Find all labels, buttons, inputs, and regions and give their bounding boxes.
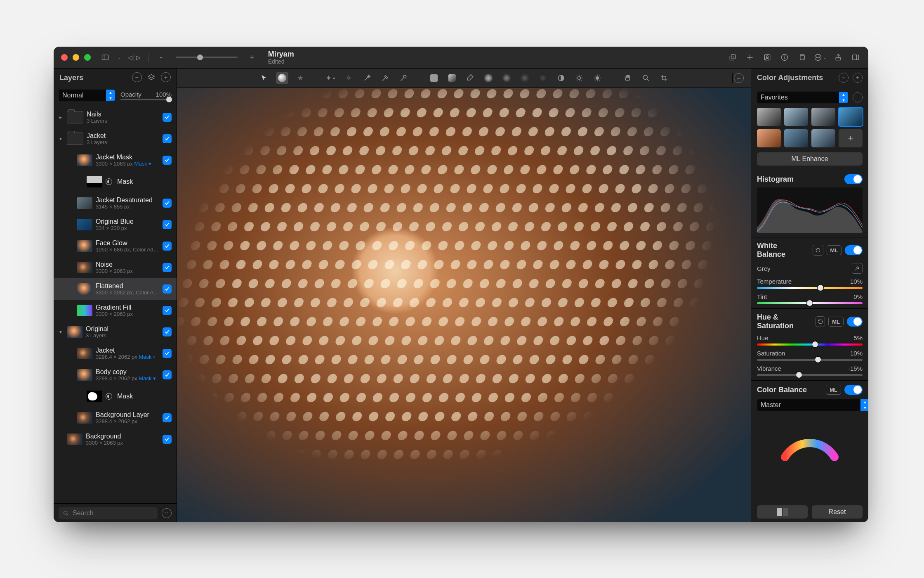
- layer-disclosure[interactable]: ▾: [58, 136, 64, 142]
- hand-tool[interactable]: [622, 72, 634, 84]
- sparkle-tool-1[interactable]: ✦⋆: [325, 72, 337, 84]
- favorites-remove-button[interactable]: –: [853, 92, 863, 102]
- contrast-tool[interactable]: [555, 72, 567, 84]
- layers-search-input[interactable]: Search: [59, 507, 158, 519]
- histogram-toggle[interactable]: [844, 174, 863, 184]
- layers-filter-button[interactable]: ﹀: [162, 508, 172, 518]
- crop-tool[interactable]: [658, 72, 670, 84]
- sidebar-toggle-chevron[interactable]: ⌄: [116, 52, 122, 63]
- layer-mask-link[interactable]: Mask ▾: [137, 376, 156, 381]
- repair-tool[interactable]: [397, 72, 410, 84]
- duplicate-button[interactable]: [797, 52, 807, 63]
- wb-ml-button[interactable]: ML: [827, 245, 842, 255]
- layer-visibility-checkbox[interactable]: [163, 284, 172, 294]
- wb-grey-picker[interactable]: [852, 263, 863, 274]
- reset-button[interactable]: Reset: [812, 505, 863, 519]
- hs-hue-slider[interactable]: [757, 343, 863, 346]
- cb-toggle[interactable]: [844, 385, 863, 395]
- preset-thumb-5[interactable]: [757, 129, 781, 147]
- layer-row[interactable]: Background3300 × 2063 px: [54, 429, 177, 450]
- layer-row[interactable]: Mask: [54, 386, 177, 407]
- magic-wand-tool[interactable]: [361, 72, 373, 84]
- layer-visibility-checkbox[interactable]: [163, 370, 172, 379]
- layer-row[interactable]: Background Layer3298.4 × 2062 px: [54, 407, 177, 429]
- layer-visibility-checkbox[interactable]: [163, 242, 172, 251]
- toolrow-collapse-button[interactable]: –: [732, 72, 745, 84]
- layer-row[interactable]: Flattened3300 × 2062 px, Color Adjust…: [54, 278, 177, 300]
- layer-disclosure[interactable]: ▾: [58, 329, 64, 335]
- new-button[interactable]: [745, 52, 755, 63]
- wb-reset-button[interactable]: [813, 245, 823, 256]
- before-after-button[interactable]: [757, 505, 808, 519]
- hs-ml-button[interactable]: ML: [828, 317, 844, 327]
- zoom-in-button[interactable]: +: [247, 52, 257, 63]
- layers-stack-icon[interactable]: [146, 72, 157, 83]
- fade-circle-tool[interactable]: [482, 72, 495, 84]
- layer-mask-link[interactable]: Mask ›: [137, 354, 155, 360]
- soft-brush-3[interactable]: [537, 72, 549, 84]
- layer-row[interactable]: Gradient Fill3300 × 2063 px: [54, 300, 177, 321]
- extensions-button[interactable]: ⌄: [814, 52, 826, 63]
- layer-row[interactable]: ▸Nails3 Layers: [54, 107, 177, 128]
- hs-vib-slider[interactable]: [757, 374, 863, 376]
- preset-thumb-4-selected[interactable]: [839, 108, 863, 126]
- preset-thumb-3[interactable]: [811, 108, 835, 126]
- zoom-tool[interactable]: [640, 72, 652, 84]
- soft-brush-2[interactable]: [519, 72, 531, 84]
- layer-visibility-checkbox[interactable]: [163, 327, 172, 336]
- fullscreen-window-button[interactable]: [84, 54, 91, 61]
- layer-visibility-checkbox[interactable]: [163, 113, 172, 122]
- layer-row[interactable]: Noise3300 × 2063 px: [54, 257, 177, 278]
- favorites-select[interactable]: Favorites ▲▼: [757, 91, 849, 104]
- wb-temperature-slider[interactable]: [757, 287, 863, 289]
- style-match-tool[interactable]: [276, 72, 288, 84]
- layer-visibility-checkbox[interactable]: [163, 263, 172, 272]
- layer-visibility-checkbox[interactable]: [163, 413, 172, 422]
- layer-row[interactable]: Jacket3298.4 × 2062 px Mask ›: [54, 343, 177, 364]
- arrow-tool[interactable]: [258, 72, 270, 84]
- layers-collapse-button[interactable]: –: [132, 72, 142, 82]
- hs-sat-slider[interactable]: [757, 359, 863, 361]
- opacity-slider[interactable]: [120, 99, 172, 100]
- wb-toggle[interactable]: [845, 245, 863, 255]
- layer-row[interactable]: Face Glow1050 × 686 px, Color Adjustme…: [54, 235, 177, 257]
- layer-visibility-checkbox[interactable]: [163, 306, 172, 315]
- preset-thumb-2[interactable]: [784, 108, 808, 126]
- preset-thumb-6[interactable]: [784, 129, 808, 147]
- wb-tint-slider[interactable]: [757, 302, 863, 304]
- adjustments-collapse-button[interactable]: –: [839, 73, 849, 83]
- soft-brush-1[interactable]: [500, 72, 513, 84]
- hs-toggle[interactable]: [847, 317, 863, 327]
- sidebar-toggle-button[interactable]: [100, 52, 111, 63]
- person-button[interactable]: [762, 52, 773, 63]
- layer-visibility-checkbox[interactable]: [163, 156, 172, 165]
- eraser-tool[interactable]: [464, 72, 476, 84]
- layer-visibility-checkbox[interactable]: [163, 220, 172, 229]
- close-window-button[interactable]: [61, 54, 68, 61]
- hs-reset-button[interactable]: [816, 316, 825, 327]
- original-compare-button[interactable]: ◁│▷: [128, 52, 141, 63]
- layer-visibility-checkbox[interactable]: [163, 134, 172, 143]
- layer-row[interactable]: ▾Jacket3 Layers: [54, 128, 177, 149]
- zoom-out-button[interactable]: -: [156, 52, 167, 63]
- layer-row[interactable]: Original Blue334 × 230 px: [54, 214, 177, 235]
- share-button[interactable]: [833, 52, 844, 63]
- blend-mode-select[interactable]: Normal ▲▼: [59, 89, 116, 102]
- preset-thumb-1[interactable]: [757, 108, 781, 126]
- brightness-tool[interactable]: [573, 72, 585, 84]
- layer-visibility-checkbox[interactable]: [163, 349, 172, 358]
- add-layer-button[interactable]: [727, 52, 738, 63]
- layer-mask-link[interactable]: Mask ▾: [133, 161, 151, 167]
- layer-row[interactable]: ▾Original3 Layers: [54, 321, 177, 343]
- layer-row[interactable]: Mask: [54, 171, 177, 192]
- sparkle-tool-2[interactable]: ✧: [343, 72, 355, 84]
- layers-add-button[interactable]: +: [161, 72, 171, 82]
- layer-row[interactable]: Jacket Mask3300 × 2063 px Mask ▾: [54, 149, 177, 171]
- layer-row[interactable]: Jacket Desaturated3145 × 855 px: [54, 192, 177, 214]
- cb-range-select[interactable]: Master ▲▼: [757, 399, 868, 411]
- layer-disclosure[interactable]: ▸: [58, 114, 64, 120]
- minimize-window-button[interactable]: [73, 54, 79, 61]
- layer-visibility-checkbox[interactable]: [163, 435, 172, 444]
- preset-add-button[interactable]: +: [839, 129, 863, 147]
- cb-ml-button[interactable]: ML: [826, 385, 841, 395]
